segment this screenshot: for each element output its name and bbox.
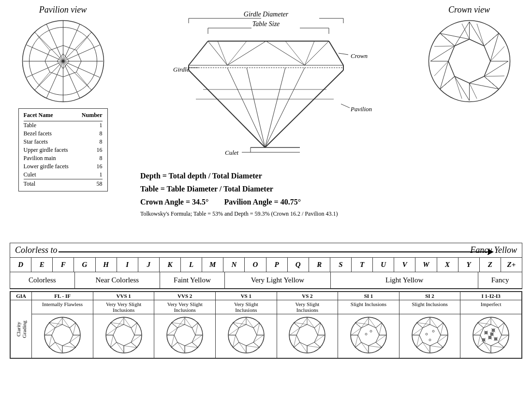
clarity-image-cell — [338, 314, 399, 358]
facet-row: Table1 — [24, 121, 103, 130]
color-grade-cell: Z — [480, 258, 501, 272]
clarity-diamond-6 — [411, 316, 449, 354]
color-grade-cell: I — [117, 258, 138, 272]
svg-text:Table Size: Table Size — [252, 20, 280, 28]
clarity-image-cell — [460, 314, 522, 358]
gia-label: GIA — [11, 292, 32, 300]
clarity-diamond-7 — [472, 316, 510, 354]
clarity-image-cell — [277, 314, 338, 358]
svg-point-292 — [432, 330, 434, 332]
clarity-description-cell: Imperfect — [460, 300, 522, 314]
clarity-description-cell: Very Very SlightInclusions — [154, 300, 216, 314]
svg-line-90 — [469, 83, 499, 89]
svg-line-53 — [218, 41, 227, 65]
svg-line-102 — [469, 83, 477, 99]
clarity-section: GIA FL - IFVVS 1VVS 2VS 1VS 2SI 1SI 2I 1… — [10, 291, 522, 359]
facet-name-header: Facet Name — [24, 112, 78, 121]
color-name-cell: Fancy — [478, 272, 522, 288]
svg-line-13 — [46, 61, 63, 99]
svg-line-106 — [462, 24, 470, 39]
clarity-grade-header: VVS 2 — [154, 292, 216, 300]
facet-row: Pavilion main8 — [24, 154, 103, 162]
diamond-side-svg: Girdle Diameter Table Size — [131, 10, 401, 164]
svg-line-101 — [484, 76, 504, 76]
clarity-diamond-3 — [227, 316, 266, 354]
clarity-image-cell — [32, 314, 93, 358]
color-grade-cell: W — [415, 258, 437, 272]
clarity-description-cell: Very SlightInclusions — [277, 300, 338, 314]
color-grade-cell: U — [373, 258, 394, 272]
pavilion-title: Pavilion view — [39, 5, 87, 15]
color-grade-cell: Z+ — [501, 258, 522, 272]
clarity-description-cell: Very Very SlightInclusions — [93, 300, 154, 314]
color-grade-cell: X — [437, 258, 458, 272]
color-grade-cell: Y — [458, 258, 480, 272]
svg-line-47 — [227, 41, 266, 65]
page: Pavilion view — [0, 0, 532, 411]
svg-line-21 — [76, 35, 89, 50]
svg-line-89 — [484, 76, 499, 89]
pavilion-svg — [21, 19, 105, 103]
facet-row: Culet1 — [24, 171, 103, 179]
svg-line-43 — [189, 70, 265, 147]
facet-row: Star facets8 — [24, 138, 103, 146]
clarity-grade-header: I 1-I2-I3 — [460, 292, 522, 300]
clarity-description-cell: Slight Inclusions — [399, 300, 460, 314]
svg-line-16 — [46, 24, 63, 61]
color-grade-cell: E — [31, 258, 53, 272]
clarity-description-cell: Internally Flawless — [32, 300, 93, 314]
svg-line-61 — [265, 68, 285, 147]
clarity-grade-header: FL - IF — [32, 292, 93, 300]
svg-line-67 — [339, 53, 348, 55]
color-grade-cell: P — [266, 258, 288, 272]
color-section: Colorless to Fancy Yellow DEFGHIJKLMNOPQ… — [10, 243, 522, 289]
color-grade-cell: O — [245, 258, 266, 272]
formula-depth: Depth = Total depth / Total Diameter — [140, 169, 401, 182]
diamond-diagram: Girdle Diameter Table Size — [131, 10, 401, 164]
clarity-grade-header: VVS 1 — [93, 292, 154, 300]
crown-title: Crown view — [448, 5, 490, 15]
svg-text:Crown: Crown — [351, 52, 368, 59]
color-grade-cell: F — [53, 258, 74, 272]
clarity-diamond-4 — [288, 316, 326, 354]
facet-table: Facet Name Number Table1Bezel facets8Sta… — [18, 108, 108, 191]
svg-point-291 — [426, 333, 428, 335]
facet-row: Bezel facets8 — [24, 130, 103, 138]
svg-line-93 — [440, 76, 455, 89]
clarity-grade-header: SI 1 — [338, 292, 399, 300]
color-name-cell: Light Yellow — [331, 272, 478, 288]
svg-line-9 — [63, 24, 80, 61]
svg-line-49 — [305, 41, 329, 65]
clarity-image-cell — [399, 314, 460, 358]
svg-text:Girdle: Girdle — [173, 66, 190, 73]
facet-total-row: Total58 — [24, 179, 103, 189]
color-grade-cell: N — [223, 258, 245, 272]
svg-text:Pavilion: Pavilion — [350, 105, 372, 113]
color-left-label: Colorless to — [15, 245, 58, 255]
formulas: Depth = Total depth / Total Diameter Tab… — [131, 169, 401, 219]
pavilion-angle: Pavilion Angle = 40.75° — [224, 198, 301, 206]
tolkowsky-formula: Tolkowsky's Formula; Table = 53% and Dep… — [140, 209, 401, 219]
color-grade-cell: R — [309, 258, 330, 272]
svg-line-39 — [189, 41, 208, 65]
svg-text:Girdle Diameter: Girdle Diameter — [244, 11, 289, 18]
color-grade-row: DEFGHIJKLMNOPQRSTUVWXYZZ+ — [10, 257, 522, 272]
svg-line-44 — [265, 70, 343, 147]
color-name-row: ColorlessNear ColorlessFaint YellowVery … — [10, 272, 522, 289]
facet-number-header: Number — [77, 112, 102, 121]
svg-line-23 — [76, 72, 89, 87]
color-grade-cell: G — [74, 258, 95, 272]
clarity-description-cell: Slight Inclusions — [338, 300, 399, 314]
crown-angle: Crown Angle = 34.5° — [140, 198, 208, 206]
svg-point-263 — [365, 333, 367, 335]
formula-table: Table = Table Diameter / Total Diameter — [140, 182, 401, 195]
svg-line-58 — [227, 68, 265, 147]
svg-point-264 — [370, 330, 372, 332]
clarity-description-cell: Very SlightInclusions — [216, 300, 277, 314]
color-grade-cell: D — [10, 258, 31, 272]
color-name-cell: Faint Yellow — [160, 272, 225, 288]
svg-line-54 — [227, 41, 247, 65]
svg-line-99 — [477, 24, 484, 46]
color-grade-cell: H — [96, 258, 117, 272]
svg-point-293 — [429, 339, 431, 341]
